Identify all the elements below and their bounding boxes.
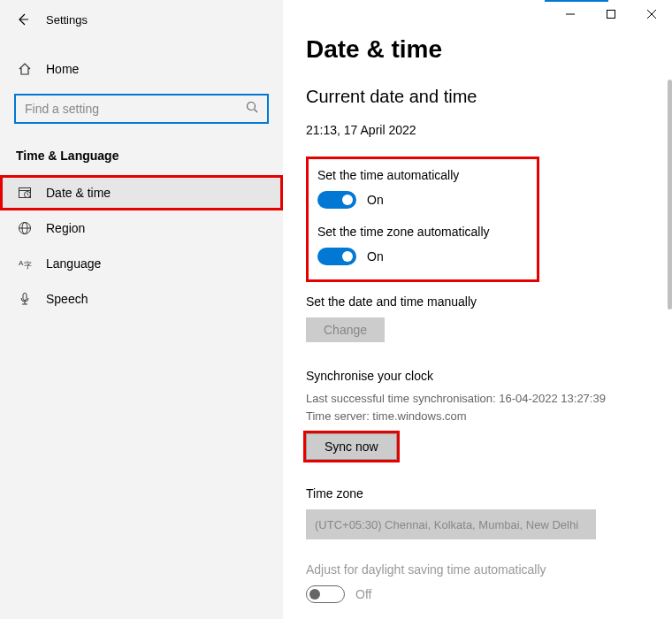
sidebar-item-label: Speech (46, 292, 88, 306)
dst-state: Off (355, 587, 371, 601)
svg-rect-16 (23, 294, 27, 301)
sidebar-item-label: Date & time (46, 186, 111, 200)
nav-home[interactable]: Home (0, 53, 283, 85)
auto-tz-toggle[interactable] (317, 248, 356, 265)
timezone-select: (UTC+05:30) Chennai, Kolkata, Mumbai, Ne… (306, 509, 596, 539)
dst-label: Adjust for daylight saving time automati… (306, 562, 672, 577)
sync-now-button[interactable]: Sync now (306, 433, 397, 460)
auto-settings-highlight: Set the time automatically On Set the ti… (306, 157, 539, 282)
timezone-heading: Time zone (306, 486, 672, 501)
sidebar-item-speech[interactable]: Speech (0, 281, 283, 317)
microphone-icon (16, 292, 34, 306)
auto-time-toggle[interactable] (317, 191, 356, 209)
sync-heading: Synchronise your clock (306, 369, 672, 383)
auto-tz-label: Set the time zone automatically (317, 225, 524, 239)
svg-line-5 (255, 110, 258, 113)
language-icon: A字 (16, 256, 34, 271)
change-button: Change (306, 317, 385, 342)
sync-server-label: Time server: time.windows.com (306, 408, 672, 425)
sync-last-label: Last successful time synchronisation: 16… (306, 390, 672, 408)
current-datetime-value: 21:13, 17 April 2022 (306, 123, 672, 137)
nav-home-label: Home (46, 62, 79, 76)
dst-toggle (306, 585, 345, 603)
sidebar-item-date-time[interactable]: Date & time (0, 175, 283, 210)
search-icon (246, 101, 258, 117)
sidebar-item-label: Language (46, 256, 101, 271)
main-content: Date & time Current date and time 21:13,… (283, 0, 672, 619)
calendar-clock-icon (16, 186, 34, 200)
current-datetime-heading: Current date and time (306, 87, 672, 107)
sidebar-item-language[interactable]: A字 Language (0, 246, 283, 281)
manual-label: Set the date and time manually (306, 294, 672, 309)
svg-text:字: 字 (24, 261, 32, 270)
back-button[interactable] (14, 11, 32, 28)
page-title: Date & time (306, 35, 672, 64)
sidebar-item-label: Region (46, 221, 85, 235)
timezone-value: (UTC+05:30) Chennai, Kolkata, Mumbai, Ne… (315, 518, 578, 531)
sidebar: Settings Home Time & Language Date & tim… (0, 0, 283, 619)
search-input[interactable] (25, 102, 246, 116)
auto-time-label: Set the time automatically (317, 168, 524, 182)
search-input-container[interactable] (14, 94, 269, 124)
globe-icon (16, 221, 34, 235)
auto-tz-state: On (367, 249, 384, 264)
sidebar-item-region[interactable]: Region (0, 210, 283, 246)
vertical-scrollbar[interactable] (668, 80, 672, 310)
home-icon (16, 62, 34, 76)
svg-point-4 (248, 103, 256, 111)
window-title: Settings (46, 13, 88, 27)
auto-time-state: On (367, 193, 384, 207)
sidebar-category: Time & Language (0, 133, 283, 175)
